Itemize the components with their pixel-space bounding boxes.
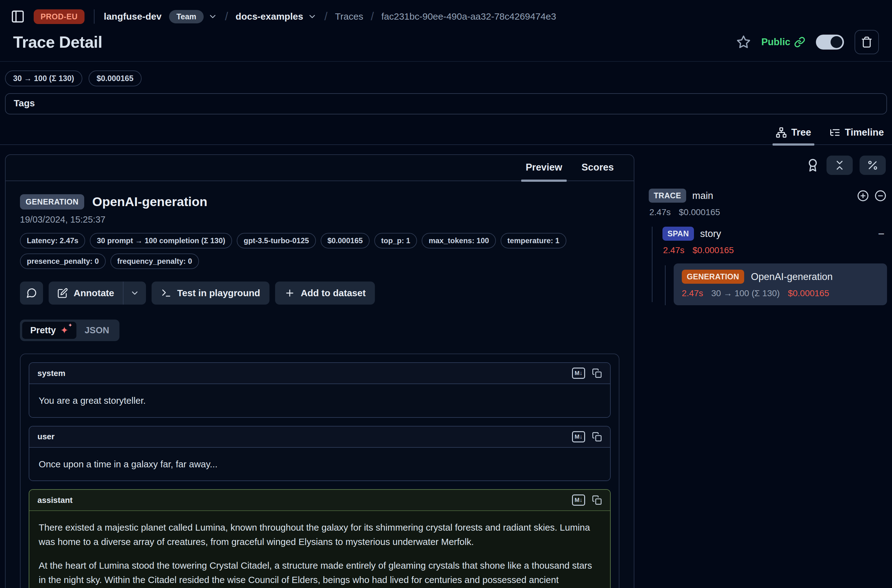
public-share-link[interactable]: Public: [761, 36, 805, 48]
observation-type-badge: GENERATION: [20, 194, 84, 210]
annotate-split-button: Annotate: [49, 282, 146, 304]
sidebar-toggle-icon[interactable]: [9, 8, 26, 25]
trace-tree-panel: TRACE main 2.47s $0.000165: [649, 154, 887, 305]
generation-node-selected[interactable]: GENERATION OpenAI-generation 2.47s 30 → …: [674, 264, 887, 305]
generation-node-name: OpenAI-generation: [751, 271, 833, 282]
markdown-toggle-icon[interactable]: M↓: [572, 495, 585, 506]
pretty-toggle-option[interactable]: Pretty ✦✦: [22, 322, 77, 339]
span-node[interactable]: SPAN story −: [662, 226, 887, 241]
page-header: PROD-EU langfuse-dev Team / docs-example…: [0, 0, 892, 62]
org-role-badge: Team: [169, 10, 204, 23]
assistant-message: assistant M↓ There existed a majestic pl…: [29, 489, 611, 588]
copy-icon[interactable]: [592, 368, 602, 378]
collapse-all-button[interactable]: [826, 156, 853, 175]
trace-token-usage-badge: 30 → 100 (Σ 130): [5, 70, 83, 86]
span-metrics: 2.47s $0.000165: [663, 245, 887, 255]
span-node-name: story: [700, 228, 721, 240]
star-icon[interactable]: [736, 35, 751, 49]
tab-timeline[interactable]: Timeline: [829, 127, 884, 138]
breadcrumb-separator: /: [371, 10, 374, 23]
generation-cost: $0.000165: [788, 288, 829, 298]
breadcrumb-divider: [94, 9, 95, 24]
playground-label: Test in playground: [177, 288, 260, 298]
trash-icon: [861, 36, 872, 48]
percent-icon: [867, 159, 878, 171]
user-message: user M↓ Once upon a time in a galaxy far…: [29, 426, 611, 482]
message-role: user: [38, 432, 55, 441]
copy-icon[interactable]: [592, 432, 602, 442]
span-latency: 2.47s: [663, 245, 685, 255]
annotate-label: Annotate: [74, 288, 114, 298]
message-text: There existed a majestic planet called L…: [39, 520, 601, 549]
messages-container: system M↓ You are a great storyteller. u…: [20, 354, 619, 588]
annotate-button[interactable]: Annotate: [49, 282, 123, 304]
breadcrumb-project[interactable]: docs-examples: [236, 11, 303, 22]
metrics-percent-button[interactable]: [860, 156, 886, 175]
breadcrumb-separator: /: [324, 10, 327, 23]
trace-latency: 2.47s: [649, 207, 671, 217]
trace-node[interactable]: TRACE main: [649, 189, 887, 202]
token-usage-badge: 30 prompt → 100 completion (Σ 130): [90, 233, 232, 249]
generation-tokens: 30 → 100 (Σ 130): [712, 288, 780, 298]
tab-tree[interactable]: Tree: [776, 127, 811, 138]
breadcrumb-traces[interactable]: Traces: [335, 11, 363, 22]
tab-scores[interactable]: Scores: [582, 162, 614, 173]
chevron-down-icon[interactable]: [208, 12, 218, 21]
chevron-down-icon: [130, 288, 140, 298]
format-toggle: Pretty ✦✦ JSON: [20, 320, 119, 341]
markdown-toggle-icon[interactable]: M↓: [572, 368, 585, 379]
plus-icon: [284, 288, 295, 298]
top-p-badge: top_p: 1: [374, 233, 417, 249]
award-icon[interactable]: [806, 158, 820, 172]
chevron-down-icon[interactable]: [308, 12, 317, 21]
test-in-playground-button[interactable]: Test in playground: [152, 282, 269, 304]
toggle-knob: [830, 36, 842, 48]
public-label: Public: [761, 36, 790, 48]
span-cost: $0.000165: [693, 245, 734, 255]
markdown-toggle-icon[interactable]: M↓: [572, 431, 585, 442]
message-text: You are a great storyteller.: [39, 393, 601, 408]
max-tokens-badge: max_tokens: 100: [422, 233, 496, 249]
tags-container[interactable]: Tags: [5, 93, 887, 114]
temperature-badge: temperature: 1: [501, 233, 566, 249]
trace-metrics: 2.47s $0.000165: [649, 207, 887, 217]
tab-preview[interactable]: Preview: [526, 162, 562, 173]
collapse-node-icon[interactable]: [874, 190, 886, 202]
pretty-label: Pretty: [30, 325, 56, 336]
message-text: Once upon a time in a galaxy far, far aw…: [39, 457, 601, 471]
trace-cost-badge: $0.000165: [89, 70, 141, 86]
breadcrumb-org[interactable]: langfuse-dev: [104, 11, 162, 22]
collapse-span-icon[interactable]: −: [878, 228, 887, 240]
trace-cost: $0.000165: [679, 207, 720, 217]
terminal-icon: [161, 288, 171, 298]
breadcrumb-trace-id: fac231bc-90ee-490a-aa32-78c4269474e3: [381, 11, 556, 22]
json-toggle-option[interactable]: JSON: [77, 322, 117, 339]
copy-icon[interactable]: [592, 495, 602, 505]
annotate-dropdown-button[interactable]: [123, 282, 146, 304]
comment-button[interactable]: [20, 282, 43, 304]
page-title: Trace Detail: [13, 33, 102, 51]
environment-badge[interactable]: PROD-EU: [34, 9, 84, 24]
add-to-dataset-button[interactable]: Add to dataset: [275, 282, 375, 304]
breadcrumb: PROD-EU langfuse-dev Team / docs-example…: [9, 8, 884, 25]
add-to-dataset-label: Add to dataset: [301, 288, 365, 298]
observation-detail-panel: Preview Scores GENERATION OpenAI-generat…: [5, 154, 634, 588]
generation-latency: 2.47s: [682, 288, 703, 298]
tags-label: Tags: [14, 98, 35, 108]
observation-name: OpenAI-generation: [92, 195, 207, 209]
timeline-icon: [829, 127, 841, 138]
cost-badge: $0.000165: [321, 233, 369, 249]
link-icon: [794, 36, 805, 48]
system-message: system M↓ You are a great storyteller.: [29, 362, 611, 418]
expand-all-icon[interactable]: [857, 190, 869, 202]
model-badge[interactable]: gpt-3.5-turbo-0125: [237, 233, 315, 249]
delete-trace-button[interactable]: [854, 30, 879, 54]
message-role: system: [38, 369, 66, 378]
trace-node-name: main: [692, 190, 713, 201]
comment-icon: [26, 288, 37, 298]
observation-timestamp: 19/03/2024, 15:25:37: [20, 214, 619, 225]
sparkles-icon: ✦✦: [60, 326, 68, 335]
trace-node-badge: TRACE: [649, 189, 686, 202]
frequency-penalty-badge: frequency_penalty: 0: [110, 254, 199, 269]
public-toggle[interactable]: [816, 34, 844, 50]
